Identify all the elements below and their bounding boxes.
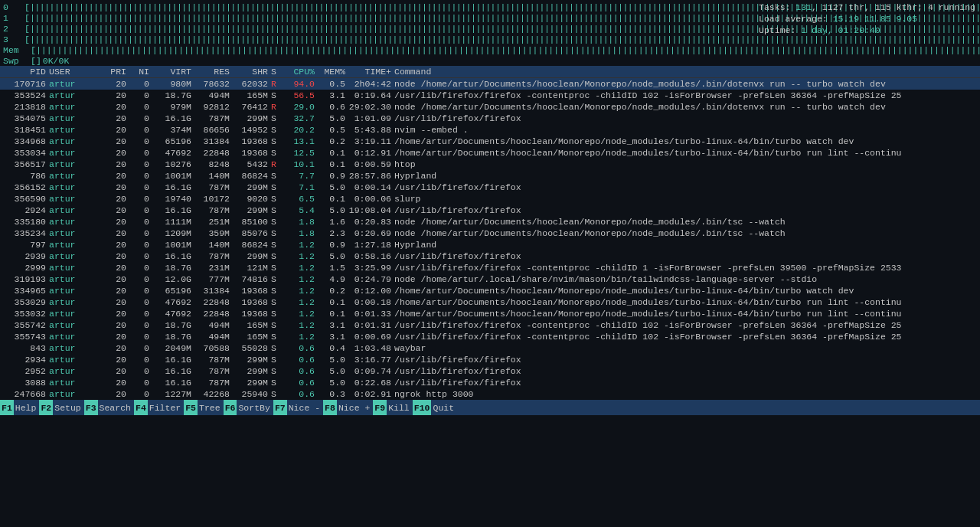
- footer-key-f9: F9: [373, 400, 387, 415]
- table-row[interactable]: 356590 artur 20 0 19740 10172 9020 S 6.5…: [0, 193, 980, 205]
- cell-s: S: [271, 194, 283, 204]
- cell-pri: 20: [103, 309, 129, 319]
- table-row[interactable]: 353034 artur 20 0 47692 22848 19368 S 12…: [0, 147, 980, 159]
- table-row[interactable]: 213818 artur 20 0 979M 92812 76412 R 29.…: [0, 101, 980, 113]
- cell-shr: 299M: [233, 378, 271, 388]
- table-row[interactable]: 334968 artur 20 0 65196 31384 19368 S 13…: [0, 136, 980, 147]
- table-row[interactable]: 797 artur 20 0 1001M 140M 86824 S 1.2 0.…: [0, 239, 980, 250]
- table-row[interactable]: 319193 artur 20 0 12.0G 777M 74816 S 1.2…: [0, 273, 980, 285]
- table-row[interactable]: 355743 artur 20 0 18.7G 494M 165M S 1.2 …: [0, 331, 980, 342]
- cell-cmd: /usr/lib/firefox/firefox -contentproc -c…: [394, 263, 977, 273]
- cell-s: S: [271, 240, 283, 250]
- cell-user: artur: [49, 217, 103, 227]
- cell-virt: 47692: [152, 148, 194, 158]
- table-row[interactable]: 353032 artur 20 0 47692 22848 19368 S 1.…: [0, 308, 980, 319]
- cell-pri: 20: [103, 159, 129, 169]
- cell-time: 3:19.11: [348, 136, 394, 146]
- cell-time: 19:08.04: [348, 205, 394, 215]
- footer-f5[interactable]: F5Tree: [184, 400, 223, 415]
- cell-pid: 247668: [3, 389, 49, 399]
- cell-cpu: 56.5: [283, 90, 318, 100]
- cell-shr: 165M: [233, 332, 271, 342]
- footer-f2[interactable]: F2Setup: [39, 400, 83, 415]
- cell-s: S: [271, 343, 283, 353]
- footer-f9[interactable]: F9Kill: [373, 400, 412, 415]
- cell-mem: 3.1: [318, 90, 348, 100]
- table-row[interactable]: 170716 artur 20 0 980M 78632 62032 R 94.…: [0, 78, 980, 90]
- cell-time: 0:00.59: [348, 159, 394, 169]
- header-virt: VIRT: [152, 67, 194, 77]
- header-info: Tasks: 131, 1127 thr, 115 kthr; 4 runnin…: [759, 2, 975, 36]
- cell-shr: 9020: [233, 194, 271, 204]
- cell-pri: 20: [103, 251, 129, 261]
- table-row[interactable]: 3088 artur 20 0 16.1G 787M 299M S 0.6 5.…: [0, 377, 980, 388]
- header-shr: SHR: [233, 67, 271, 77]
- cell-ni: 0: [129, 355, 152, 365]
- table-row[interactable]: 2999 artur 20 0 18.7G 231M 121M S 1.2 1.…: [0, 262, 980, 273]
- table-row[interactable]: 318451 artur 20 0 374M 86656 14952 S 20.…: [0, 124, 980, 136]
- cell-s: S: [271, 125, 283, 135]
- cell-pid: 335234: [3, 228, 49, 238]
- cell-shr: 62032: [233, 79, 271, 89]
- cell-cpu: 1.2: [283, 297, 318, 307]
- cell-s: S: [271, 136, 283, 146]
- footer-f7[interactable]: F7Nice -: [273, 400, 323, 415]
- footer-f4[interactable]: F4Filter: [134, 400, 184, 415]
- table-header: PID USER PRI NI VIRT RES SHR S CPU% MEM%…: [0, 66, 980, 78]
- cell-mem: 3.1: [318, 320, 348, 330]
- tasks-count: 131: [795, 2, 812, 12]
- table-row[interactable]: 353524 artur 20 0 18.7G 494M 165M S 56.5…: [0, 90, 980, 101]
- cell-s: S: [271, 332, 283, 342]
- table-row[interactable]: 2952 artur 20 0 16.1G 787M 299M S 0.6 5.…: [0, 365, 980, 377]
- table-row[interactable]: 353029 artur 20 0 47692 22848 19368 S 1.…: [0, 296, 980, 308]
- cell-cpu: 5.4: [283, 205, 318, 215]
- table-row[interactable]: 334965 artur 20 0 65196 31384 19368 S 1.…: [0, 285, 980, 296]
- table-row[interactable]: 354075 artur 20 0 16.1G 787M 299M S 32.7…: [0, 113, 980, 124]
- footer-label-f5: Tree: [198, 403, 224, 413]
- cell-user: artur: [49, 136, 103, 146]
- table-row[interactable]: 2934 artur 20 0 16.1G 787M 299M S 0.6 5.…: [0, 354, 980, 365]
- table-row[interactable]: 335180 artur 20 0 1111M 251M 85100 S 1.8…: [0, 216, 980, 227]
- cell-pid: 318451: [3, 125, 49, 135]
- footer-f10[interactable]: F10Quit: [413, 400, 457, 415]
- footer-f8[interactable]: F8Nice +: [323, 400, 373, 415]
- table-row[interactable]: 335234 artur 20 0 1209M 359M 85076 S 1.8…: [0, 227, 980, 239]
- cell-res: 22848: [194, 297, 233, 307]
- cell-user: artur: [49, 332, 103, 342]
- cell-time: 0:12.91: [348, 148, 394, 158]
- mem-label: Mem: [3, 45, 31, 55]
- cell-pri: 20: [103, 136, 129, 146]
- cell-mem: 0.6: [318, 102, 348, 112]
- cell-mem: 1.5: [318, 263, 348, 273]
- header-s: S: [271, 67, 283, 77]
- footer-f3[interactable]: F3Search: [84, 400, 134, 415]
- cell-shr: 55028: [233, 343, 271, 353]
- cell-ni: 0: [129, 79, 152, 89]
- table-row[interactable]: 786 artur 20 0 1001M 140M 86824 S 7.7 0.…: [0, 170, 980, 182]
- footer-f6[interactable]: F6SortBy: [224, 400, 273, 415]
- cell-res: 78632: [194, 79, 233, 89]
- table-row[interactable]: 247668 artur 20 0 1227M 42268 25940 S 0.…: [0, 388, 980, 400]
- cell-mem: 1.6: [318, 217, 348, 227]
- table-row[interactable]: 355742 artur 20 0 18.7G 494M 165M S 1.2 …: [0, 319, 980, 331]
- table-row[interactable]: 356152 artur 20 0 16.1G 787M 299M S 7.1 …: [0, 182, 980, 193]
- cell-cmd: /usr/lib/firefox/firefox: [394, 205, 977, 215]
- footer-f1[interactable]: F1Help: [0, 400, 39, 415]
- cell-res: 22848: [194, 148, 233, 158]
- cell-res: 494M: [194, 90, 233, 100]
- cell-user: artur: [49, 182, 103, 192]
- cell-shr: 165M: [233, 90, 271, 100]
- cell-pid: 334968: [3, 136, 49, 146]
- table-row[interactable]: 2924 artur 20 0 16.1G 787M 299M S 5.4 5.…: [0, 205, 980, 216]
- cell-ni: 0: [129, 102, 152, 112]
- table-row[interactable]: 2939 artur 20 0 16.1G 787M 299M S 1.2 5.…: [0, 250, 980, 262]
- cell-shr: 299M: [233, 355, 271, 365]
- swap-bar-row: Swp[] 0K/0K: [3, 55, 977, 66]
- table-row[interactable]: 356517 artur 20 0 10276 8248 5432 R 10.1…: [0, 159, 980, 170]
- cell-virt: 16.1G: [152, 205, 194, 215]
- footer-key-f8: F8: [323, 400, 337, 415]
- cell-ni: 0: [129, 274, 152, 284]
- cell-s: S: [271, 90, 283, 100]
- cell-virt: 980M: [152, 79, 194, 89]
- table-row[interactable]: 843 artur 20 0 2049M 70588 55028 S 0.6 0…: [0, 342, 980, 354]
